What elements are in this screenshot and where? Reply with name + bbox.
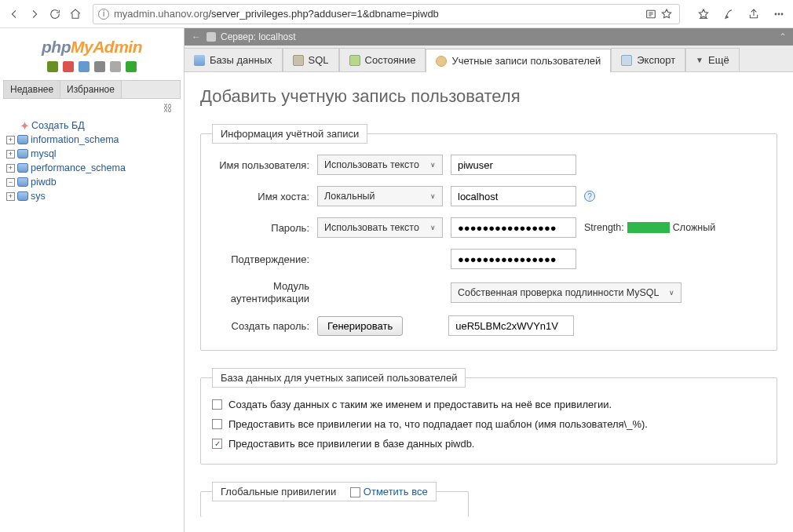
exit-quick-icon[interactable] <box>62 61 75 74</box>
database-icon <box>17 177 28 187</box>
phpmyadmin-logo: phpMyAdmin <box>3 33 181 60</box>
main-tabs: Базы данных SQL Состояние Учетные записи… <box>185 46 793 72</box>
global-priv-legend: Глобальные привилегии Отметить все <box>212 482 437 501</box>
confirm-label: Подтверждение: <box>212 253 309 265</box>
help-icon[interactable]: ? <box>584 191 595 202</box>
db-priv-option-create-db: Создать базу данных с таким же именем и … <box>212 399 766 410</box>
db-item-mysql[interactable]: + mysql <box>6 147 177 161</box>
db-item-performance-schema[interactable]: + performance_schema <box>6 161 177 175</box>
username-mode-select[interactable]: Использовать тексто∨ <box>317 155 443 175</box>
back-icon[interactable] <box>6 6 22 22</box>
server-label: Сервер: localhost <box>221 31 296 42</box>
create-db-link[interactable]: ✦ Создать БД <box>6 118 177 133</box>
bookmark-star-icon[interactable] <box>659 6 674 22</box>
password-input[interactable] <box>451 217 576 238</box>
svg-point-1 <box>775 13 777 15</box>
server-icon <box>206 32 216 42</box>
auth-plugin-select[interactable]: Собственная проверка подлинности MySQL∨ <box>451 282 682 303</box>
chevron-down-icon: ∨ <box>430 161 436 169</box>
database-icon <box>17 191 28 201</box>
generate-button[interactable]: Генерировать <box>317 316 403 336</box>
db-priv-option-grant-piwdb: Предоставить все привилегии в базе данны… <box>212 438 766 450</box>
share-icon[interactable] <box>746 6 762 22</box>
docs-quick-icon[interactable] <box>93 61 106 74</box>
favorites-tab[interactable]: Избранное <box>60 81 122 98</box>
more-icon[interactable] <box>771 6 787 22</box>
recent-favorites-tabs: Недавнее Избранное <box>3 80 181 99</box>
address-bar[interactable]: i myadmin.uhanov.org/server_privileges.p… <box>93 4 680 24</box>
recent-tab[interactable]: Недавнее <box>4 81 60 98</box>
db-priv-option-wildcard: Предоставить все привилегии на то, что п… <box>212 418 766 430</box>
tab-users[interactable]: Учетные записи пользователей <box>426 49 611 72</box>
url-text: myadmin.uhanov.org/server_privileges.php… <box>114 8 643 20</box>
tab-databases[interactable]: Базы данных <box>185 48 283 71</box>
checkbox[interactable] <box>212 399 222 410</box>
forward-icon[interactable] <box>27 6 42 22</box>
server-bar: ← Сервер: localhost ⌃ <box>185 28 793 46</box>
main-panel: ← Сервер: localhost ⌃ Базы данных SQL Со… <box>184 28 793 532</box>
username-input[interactable] <box>451 155 576 175</box>
export-icon <box>621 55 632 66</box>
db-priv-fieldset: База данных для учетных записей пользова… <box>200 368 777 465</box>
password-label: Пароль: <box>212 222 309 234</box>
sidebar: phpMyAdmin Недавнее Избранное ⛓ ✦ Создат… <box>0 28 184 532</box>
tab-sql[interactable]: SQL <box>283 48 339 71</box>
tab-export[interactable]: Экспорт <box>611 48 685 71</box>
tab-more[interactable]: ▼Ещё <box>685 48 740 71</box>
password-strength: Strength: Сложный <box>584 222 715 233</box>
chevron-down-icon: ▼ <box>696 56 703 64</box>
refresh-icon[interactable] <box>47 6 63 22</box>
notes-icon[interactable] <box>721 6 736 22</box>
browser-toolbar: i myadmin.uhanov.org/server_privileges.p… <box>0 0 793 28</box>
password-mode-select[interactable]: Использовать тексто∨ <box>317 217 443 238</box>
checkbox[interactable] <box>212 419 222 429</box>
generate-label: Создать пароль: <box>212 320 309 332</box>
sql-icon <box>293 55 304 66</box>
expand-icon[interactable]: + <box>6 192 15 201</box>
link-icon[interactable]: ⛓ <box>163 103 173 114</box>
chevron-down-icon: ∨ <box>669 289 674 297</box>
global-priv-fieldset: Глобальные привилегии Отметить все <box>200 482 469 517</box>
quick-icons <box>3 60 181 78</box>
auth-label: Модуль аутентификации <box>212 280 309 304</box>
generated-password-input[interactable] <box>448 315 574 336</box>
host-label: Имя хоста: <box>212 191 309 202</box>
host-input[interactable] <box>451 186 576 206</box>
settings-quick-icon[interactable] <box>109 61 122 74</box>
expand-icon[interactable]: + <box>6 164 15 173</box>
collapse-icon[interactable]: − <box>6 178 15 187</box>
users-icon <box>436 56 447 67</box>
reload-quick-icon[interactable] <box>125 61 137 74</box>
confirm-input[interactable] <box>451 249 576 269</box>
favorites-icon[interactable] <box>696 6 711 22</box>
strength-bar <box>627 222 670 233</box>
checkbox-checked[interactable] <box>212 439 222 449</box>
database-icon <box>17 149 28 159</box>
info-icon[interactable]: i <box>98 9 109 20</box>
database-icon <box>17 163 28 173</box>
expand-icon[interactable]: + <box>6 150 15 159</box>
account-info-fieldset: Информация учётной записи Имя пользовате… <box>200 124 777 351</box>
host-mode-select[interactable]: Локальный∨ <box>317 186 443 206</box>
home-icon[interactable] <box>68 6 83 22</box>
status-icon <box>349 55 360 66</box>
tab-status[interactable]: Состояние <box>339 48 426 71</box>
db-item-information-schema[interactable]: + information_schema <box>6 133 177 147</box>
home-quick-icon[interactable] <box>46 61 59 74</box>
panel-toggle-icon[interactable]: ⌃ <box>779 31 787 42</box>
reader-icon[interactable] <box>643 6 659 22</box>
checkbox-check-all[interactable] <box>350 487 360 497</box>
db-item-piwdb[interactable]: − piwdb <box>6 175 177 189</box>
db-priv-legend: База данных для учетных записей пользова… <box>212 368 466 388</box>
db-tree: ✦ Создать БД + information_schema + mysq… <box>3 114 181 208</box>
collapse-panel-icon[interactable]: ← <box>191 31 202 42</box>
chevron-down-icon: ∨ <box>430 192 436 200</box>
content-area: Добавить учетную запись пользователя Инф… <box>185 72 793 532</box>
db-item-sys[interactable]: + sys <box>6 189 177 203</box>
expand-icon[interactable]: + <box>6 136 15 144</box>
sql-quick-icon[interactable] <box>78 61 90 74</box>
svg-point-2 <box>778 13 780 15</box>
svg-point-3 <box>781 13 783 15</box>
new-db-icon: ✦ <box>20 121 29 130</box>
username-label: Имя пользователя: <box>212 159 309 171</box>
